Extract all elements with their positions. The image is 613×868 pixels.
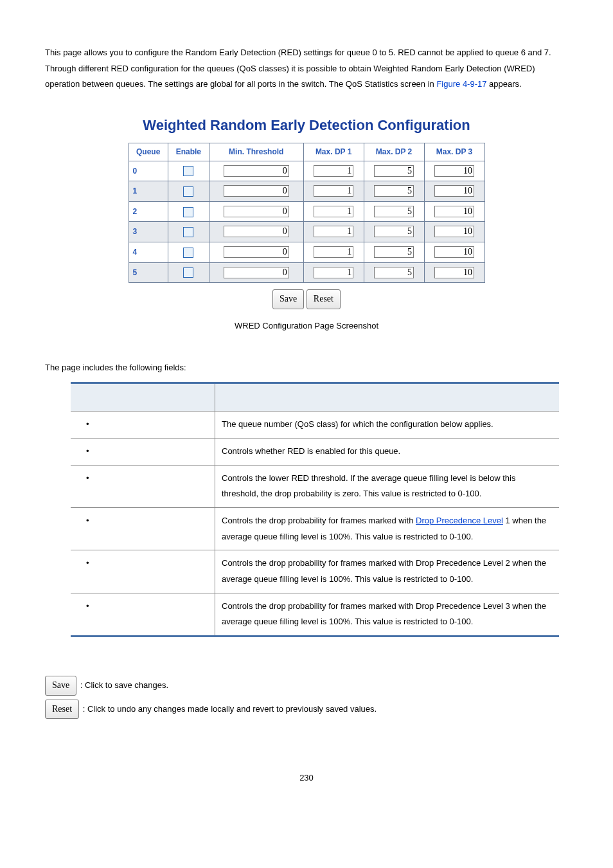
- fields-desc-cell: Controls the drop probability for frames…: [215, 550, 560, 593]
- drop-precedence-link[interactable]: Drop Precedence Level: [416, 516, 503, 525]
- fields-row: Controls the drop probability for frames…: [71, 593, 559, 636]
- fields-object-cell: [71, 550, 215, 593]
- max-dp2-input[interactable]: [374, 226, 414, 237]
- enable-cell: [168, 222, 209, 242]
- enable-checkbox[interactable]: [183, 267, 193, 278]
- bullet-icon: [86, 601, 94, 611]
- min-threshold-input[interactable]: [224, 267, 289, 278]
- max-dp1-input[interactable]: [314, 267, 353, 278]
- wred-table: Queue Enable Min. Threshold Max. DP 1 Ma…: [129, 143, 485, 283]
- queue-cell: 2: [129, 201, 168, 222]
- max-dp3-input[interactable]: [434, 165, 474, 177]
- enable-cell: [168, 161, 209, 181]
- bullet-icon: [86, 558, 94, 568]
- max-dp2-input[interactable]: [374, 165, 414, 177]
- max-dp2-input[interactable]: [374, 185, 414, 197]
- queue-cell: 4: [129, 242, 168, 263]
- save-button[interactable]: Save: [272, 289, 304, 309]
- fields-desc-cell: Controls whether RED is enabled for this…: [215, 438, 560, 465]
- wred-screenshot: Weighted Random Early Detection Configur…: [129, 112, 485, 309]
- enable-cell: [168, 262, 209, 283]
- min-threshold-input[interactable]: [224, 165, 289, 177]
- save-button-legend[interactable]: Save: [45, 676, 76, 696]
- fields-desc-cell: The queue number (QoS class) for which t…: [215, 411, 560, 439]
- reset-desc: : Click to undo any changes made locally…: [83, 703, 377, 713]
- min-threshold-input[interactable]: [224, 246, 289, 258]
- fields-desc-cell: Controls the drop probability for frames…: [215, 507, 560, 550]
- col-max-dp2: Max. DP 2: [364, 143, 424, 161]
- enable-cell: [168, 181, 209, 202]
- enable-cell: [168, 242, 209, 263]
- min-threshold-input[interactable]: [224, 185, 289, 197]
- queue-cell: 3: [129, 222, 168, 242]
- enable-checkbox[interactable]: [183, 227, 193, 237]
- col-queue: Queue: [129, 143, 168, 161]
- max-dp1-input[interactable]: [314, 246, 353, 258]
- bullet-icon: [86, 516, 94, 525]
- table-row: 1: [129, 181, 484, 202]
- max-dp1-input[interactable]: [314, 226, 353, 237]
- enable-checkbox[interactable]: [183, 186, 193, 197]
- enable-checkbox[interactable]: [183, 166, 193, 176]
- table-row: 5: [129, 262, 484, 283]
- fields-header-desc: [215, 383, 560, 411]
- save-desc: : Click to save changes.: [80, 680, 168, 690]
- fields-desc-cell: Controls the lower RED threshold. If the…: [215, 465, 560, 507]
- enable-checkbox[interactable]: [183, 248, 193, 258]
- fields-object-cell: [71, 438, 215, 465]
- enable-cell: [168, 201, 209, 222]
- buttons-section: Save : Click to save changes. Reset : Cl…: [45, 676, 568, 719]
- fields-object-cell: [71, 507, 215, 550]
- max-dp3-input[interactable]: [434, 267, 474, 278]
- max-dp1-input[interactable]: [314, 185, 353, 197]
- page-number: 230: [45, 770, 568, 786]
- fields-desc-cell: Controls the drop probability for frames…: [215, 593, 560, 636]
- fields-row: Controls the drop probability for frames…: [71, 507, 559, 550]
- col-enable: Enable: [168, 143, 209, 161]
- fields-object-cell: [71, 593, 215, 636]
- screenshot-caption: WRED Configuration Page Screenshot: [45, 318, 568, 334]
- queue-cell: 1: [129, 181, 168, 202]
- max-dp3-input[interactable]: [434, 206, 474, 217]
- reset-button-legend[interactable]: Reset: [45, 700, 79, 719]
- fields-header-object: [71, 383, 215, 411]
- max-dp1-input[interactable]: [314, 206, 353, 217]
- max-dp3-input[interactable]: [434, 226, 474, 237]
- fields-row: Controls the drop probability for frames…: [71, 550, 559, 593]
- fields-row: Controls whether RED is enabled for this…: [71, 438, 559, 465]
- max-dp2-input[interactable]: [374, 246, 414, 258]
- table-row: 3: [129, 222, 484, 242]
- intro-paragraph: This page allows you to configure the Ra…: [45, 45, 568, 93]
- table-row: 4: [129, 242, 484, 263]
- fields-row: The queue number (QoS class) for which t…: [71, 411, 559, 439]
- max-dp2-input[interactable]: [374, 267, 414, 278]
- max-dp1-input[interactable]: [314, 165, 353, 177]
- table-row: 2: [129, 201, 484, 222]
- fields-intro: The page includes the following fields:: [45, 360, 568, 376]
- queue-cell: 0: [129, 161, 168, 181]
- col-max-dp3: Max. DP 3: [424, 143, 484, 161]
- col-max-dp1: Max. DP 1: [303, 143, 364, 161]
- fields-object-cell: [71, 411, 215, 439]
- figure-link[interactable]: Figure 4-9-17: [436, 79, 486, 89]
- max-dp3-input[interactable]: [434, 246, 474, 258]
- fields-table: The queue number (QoS class) for which t…: [71, 382, 559, 637]
- intro-text-after: appears.: [489, 79, 522, 89]
- bullet-icon: [86, 419, 94, 429]
- min-threshold-input[interactable]: [224, 206, 289, 217]
- table-row: 0: [129, 161, 484, 181]
- min-threshold-input[interactable]: [224, 226, 289, 237]
- enable-checkbox[interactable]: [183, 207, 193, 217]
- bullet-icon: [86, 446, 94, 456]
- fields-object-cell: [71, 465, 215, 507]
- queue-cell: 5: [129, 262, 168, 283]
- max-dp3-input[interactable]: [434, 185, 474, 197]
- col-min-threshold: Min. Threshold: [209, 143, 303, 161]
- bullet-icon: [86, 473, 94, 483]
- screenshot-title: Weighted Random Early Detection Configur…: [129, 112, 485, 139]
- fields-row: Controls the lower RED threshold. If the…: [71, 465, 559, 507]
- reset-button[interactable]: Reset: [306, 289, 341, 309]
- max-dp2-input[interactable]: [374, 206, 414, 217]
